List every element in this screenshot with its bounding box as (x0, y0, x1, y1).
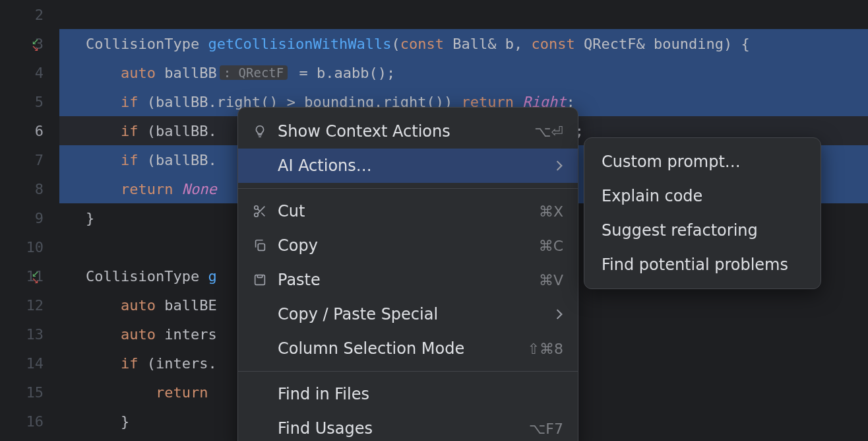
menu-item-label: Find in Files (278, 385, 563, 403)
line-number-15[interactable]: 15 (0, 378, 59, 407)
code-line-4[interactable]: auto ballBB: QRectF = b.aabb(); (59, 58, 868, 87)
ai-actions-submenu: Custom prompt…Explain codeSuggest refact… (584, 137, 821, 289)
submenu-item-label: Suggest refactoring (602, 221, 803, 240)
submenu-item-label: Find potential problems (602, 255, 803, 274)
menu-item-label: Copy / Paste Special (278, 305, 555, 323)
line-number-13[interactable]: 13 (0, 320, 59, 349)
gutter-marker-icon: ↙↘ (32, 269, 39, 283)
line-number-4[interactable]: 4 (0, 58, 59, 87)
submenu-item-label: Custom prompt… (602, 153, 803, 171)
menu-item-label: Cut (278, 202, 539, 220)
code-line-3[interactable]: CollisionType getCollisionWithWalls(cons… (59, 29, 868, 58)
submenu-item-suggest-refactoring[interactable]: Suggest refactoring (584, 213, 821, 248)
line-number-3[interactable]: 3↙↘ (0, 29, 59, 58)
inlay-hint: : QRectF (220, 65, 288, 80)
svg-rect-5 (258, 244, 264, 250)
menu-item-column-selection-mode[interactable]: Column Selection Mode⇧⌘8 (238, 331, 578, 366)
line-number-2[interactable]: 2 (0, 0, 59, 29)
line-number-9[interactable]: 9 (0, 203, 59, 232)
gutter-marker-icon: ↙↘ (32, 37, 39, 50)
line-number-8[interactable]: 8 (0, 174, 59, 203)
submenu-item-custom-prompt[interactable]: Custom prompt… (584, 145, 821, 179)
menu-shortcut: ⌘X (539, 203, 563, 220)
menu-item-paste[interactable]: Paste⌘V (238, 263, 578, 297)
menu-item-find-usages[interactable]: Find Usages⌥F7 (238, 411, 578, 441)
menu-item-copy-paste-special[interactable]: Copy / Paste Special (238, 297, 578, 331)
paste-icon (253, 273, 274, 287)
line-number-6[interactable]: 6 (0, 116, 59, 145)
menu-item-label: AI Actions… (278, 156, 555, 175)
line-number-7[interactable]: 7 (0, 145, 59, 174)
scissors-icon (253, 204, 274, 219)
line-number-16[interactable]: 16 (0, 407, 59, 436)
menu-item-label: Copy (278, 236, 539, 255)
menu-item-copy[interactable]: Copy⌘C (238, 228, 578, 263)
menu-shortcut: ⌘V (539, 272, 563, 288)
svg-point-1 (255, 213, 259, 217)
line-number-11[interactable]: 11↙↘ (0, 261, 59, 290)
submenu-item-find-potential-problems[interactable]: Find potential problems (584, 248, 821, 282)
code-line-2[interactable] (59, 0, 868, 29)
menu-shortcut: ⌥⏎ (534, 123, 563, 140)
svg-rect-6 (257, 275, 262, 278)
menu-shortcut: ⌥F7 (529, 421, 563, 437)
copy-icon (253, 238, 274, 253)
menu-item-label: Find Usages (278, 419, 529, 438)
submenu-item-explain-code[interactable]: Explain code (584, 179, 821, 213)
bulb-icon (253, 124, 274, 139)
line-number-10[interactable]: 10 (0, 232, 59, 261)
menu-shortcut: ⇧⌘8 (528, 341, 563, 357)
menu-item-show-context-actions[interactable]: Show Context Actions⌥⏎ (238, 114, 578, 149)
chevron-right-icon (555, 156, 563, 175)
submenu-item-label: Explain code (602, 187, 803, 205)
svg-line-3 (261, 213, 264, 216)
menu-shortcut: ⌘C (539, 238, 563, 254)
menu-item-find-in-files[interactable]: Find in Files (238, 377, 578, 411)
svg-point-0 (255, 206, 259, 210)
menu-item-ai-actions[interactable]: AI Actions… (238, 149, 578, 183)
menu-separator (238, 371, 578, 372)
svg-line-4 (257, 209, 260, 211)
context-menu: Show Context Actions⌥⏎AI Actions…Cut⌘XCo… (237, 107, 578, 441)
gutter: 23↙↘4567891011↙↘1213141516 (0, 0, 59, 441)
menu-separator (238, 188, 578, 189)
menu-item-label: Column Selection Mode (278, 339, 528, 358)
menu-item-label: Paste (278, 271, 539, 289)
line-number-14[interactable]: 14 (0, 349, 59, 378)
chevron-right-icon (555, 305, 563, 323)
menu-item-label: Show Context Actions (278, 122, 534, 141)
menu-item-cut[interactable]: Cut⌘X (238, 194, 578, 228)
line-number-12[interactable]: 12 (0, 290, 59, 320)
line-number-5[interactable]: 5 (0, 87, 59, 116)
